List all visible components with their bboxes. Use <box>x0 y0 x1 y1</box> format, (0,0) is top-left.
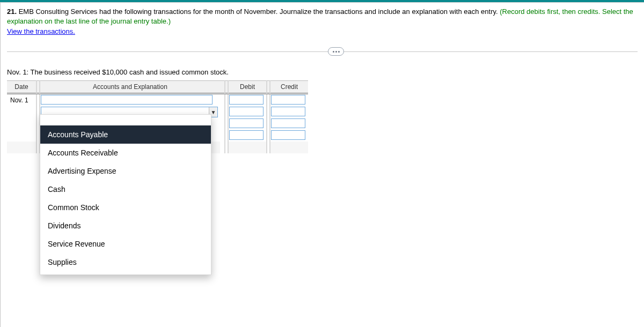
section-divider <box>7 51 638 52</box>
header-debit: Debit <box>229 80 266 94</box>
credit-input-row3[interactable] <box>271 118 305 128</box>
divider-line <box>7 51 638 52</box>
header-date: Date <box>7 80 36 94</box>
dropdown-option[interactable]: Advertising Expense <box>40 162 211 180</box>
dot-icon <box>335 51 337 53</box>
header-credit: Credit <box>270 80 308 94</box>
view-transactions-link[interactable]: View the transactions. <box>7 27 75 35</box>
transaction-description: Nov. 1: The business received $10,000 ca… <box>7 68 638 76</box>
debit-input-row2[interactable] <box>229 107 264 116</box>
dropdown-option[interactable]: Accounts Payable <box>40 125 211 144</box>
credit-input-row4[interactable] <box>271 130 305 140</box>
dot-icon <box>338 51 340 53</box>
header-accounts: Accounts and Explanation <box>40 80 220 94</box>
question-panel: 21. EMB Consulting Services had the foll… <box>0 3 644 327</box>
dropdown-option[interactable]: Accounts Receivable <box>40 144 211 162</box>
dropdown-option[interactable]: Service Revenue <box>40 235 211 253</box>
debit-input-row1[interactable] <box>229 95 264 105</box>
credit-input-row1[interactable] <box>271 95 305 105</box>
dropdown-option[interactable]: Common Stock <box>40 198 211 217</box>
question-number: 21. <box>7 8 17 16</box>
date-cell: Nov. 1 <box>7 94 36 106</box>
table-row: Nov. 1 <box>7 94 308 106</box>
dropdown-option[interactable]: Supplies <box>40 253 211 271</box>
account-dropdown-panel: Accounts Payable Accounts Receivable Adv… <box>40 114 211 275</box>
dropdown-option[interactable]: Dividends <box>40 217 211 235</box>
debit-input-row3[interactable] <box>229 118 264 128</box>
expand-pill-button[interactable] <box>328 47 344 56</box>
credit-input-row2[interactable] <box>271 107 305 116</box>
debit-input-row4[interactable] <box>229 130 264 140</box>
question-text: 21. EMB Consulting Services had the foll… <box>7 7 638 26</box>
dot-icon <box>333 51 334 53</box>
question-body: EMB Consulting Services had the followin… <box>17 8 500 16</box>
account-input-row1[interactable] <box>41 95 213 105</box>
dropdown-option[interactable]: Cash <box>40 180 211 198</box>
